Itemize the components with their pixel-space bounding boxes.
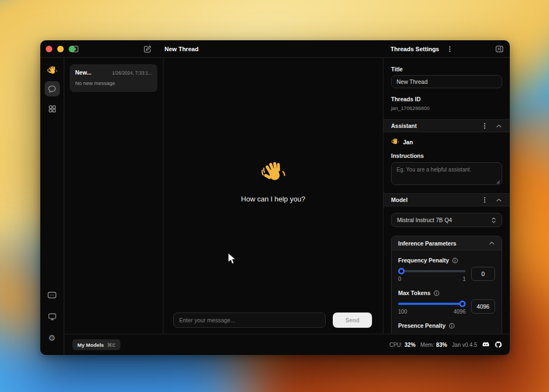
thread-timestamp: 1/26/2024, 7:33:1... (112, 70, 152, 76)
model-select[interactable]: Mistral Instruct 7B Q4 (391, 213, 502, 227)
wave-hand-icon (260, 160, 286, 186)
rail-threads-button[interactable] (45, 81, 60, 96)
rail-assistants-button[interactable] (45, 101, 60, 117)
collapse-left-panel-icon[interactable] (70, 45, 79, 53)
thread-title: New... (75, 69, 91, 76)
left-rail: ⚙ (40, 58, 64, 355)
chat-bubble-icon (47, 84, 57, 94)
slider-min-label: 100 (398, 309, 407, 315)
cpu-value: 32% (405, 342, 416, 348)
resize-grip-icon[interactable] (496, 180, 500, 184)
empty-state: How can I help you? (163, 160, 383, 203)
model-selected-value: Mistral Instruct 7B Q4 (397, 217, 491, 223)
greeting-text: How can I help you? (163, 195, 383, 203)
inference-parameters-header[interactable]: Inference Parameters (392, 236, 502, 250)
grid-icon (48, 105, 57, 113)
assistant-section-header[interactable]: Assistant ⋮ (383, 119, 510, 132)
rail-local-api-button[interactable] (45, 287, 60, 303)
info-icon[interactable] (434, 290, 440, 296)
chat-area: How can I help you? Send (163, 58, 383, 334)
message-input[interactable] (173, 313, 326, 328)
close-window-button[interactable] (46, 46, 52, 52)
assistant-header-label: Assistant (391, 122, 481, 129)
slider-thumb[interactable] (398, 268, 405, 274)
frequency-penalty-label: Frequency Penalty (398, 257, 449, 264)
info-icon[interactable] (452, 258, 458, 264)
assistant-collapse-chevron-icon[interactable] (496, 124, 502, 128)
max-tokens-value[interactable]: 4096 (471, 299, 495, 314)
settings-header-title: Threads Settings (391, 40, 439, 58)
send-button[interactable]: Send (333, 313, 372, 328)
instructions-textarea[interactable] (391, 162, 502, 185)
minimize-window-button[interactable] (57, 46, 64, 52)
inference-parameters-card: Inference Parameters Frequency Penalty (391, 236, 502, 334)
model-section-header[interactable]: Model ⋮ (383, 193, 510, 206)
thread-title-input[interactable] (391, 75, 502, 88)
select-updown-icon (491, 217, 496, 224)
status-bar: My Models ⌘E CPU:32% Mem:83% Jan v0.4.5 (64, 334, 510, 355)
model-header-label: Model (391, 197, 481, 203)
monitor-icon (48, 313, 57, 321)
assistant-kebab-icon[interactable]: ⋮ (481, 122, 488, 129)
assistant-name: Jan (403, 139, 413, 145)
mem-value: 83% (436, 342, 447, 348)
jan-logo-wave-icon[interactable] (47, 65, 58, 76)
max-tokens-slider[interactable] (398, 301, 466, 307)
param-max-tokens: Max Tokens (398, 290, 495, 315)
slider-min-label: 0 (398, 276, 401, 282)
thread-list-item[interactable]: New... 1/26/2024, 7:33:1... No new messa… (70, 64, 157, 92)
thread-preview: No new message (75, 80, 152, 86)
my-models-shortcut: ⌘E (107, 342, 116, 348)
rail-system-monitor-button[interactable] (45, 309, 60, 324)
inference-header-label: Inference Parameters (398, 240, 489, 247)
new-thread-icon[interactable] (143, 45, 152, 53)
threads-id-value: jan_1706286800 (391, 105, 502, 111)
collapse-right-panel-icon[interactable] (495, 45, 504, 53)
presence-penalty-label: Presence Penalty (398, 322, 446, 329)
instructions-label: Instructions (391, 152, 502, 159)
slider-max-label: 1 (462, 276, 466, 282)
param-frequency-penalty: Frequency Penalty (398, 257, 495, 282)
slider-max-label: 4096 (454, 309, 466, 315)
threads-settings-panel: Title Threads ID jan_1706286800 Assistan… (383, 58, 510, 334)
api-server-icon (47, 291, 57, 299)
jan-app-window: New Thread Threads Settings ⋮ (40, 40, 510, 355)
slider-thumb[interactable] (459, 301, 466, 307)
cpu-label: CPU: (389, 342, 402, 348)
message-input-bar: Send (173, 313, 372, 328)
app-version: Jan v0.4.5 (452, 342, 477, 348)
titlebar: New Thread Threads Settings ⋮ (40, 40, 510, 58)
mem-label: Mem: (420, 342, 434, 348)
title-label: Title (391, 66, 502, 72)
param-presence-penalty: Presence Penalty (398, 322, 495, 329)
max-tokens-label: Max Tokens (398, 290, 430, 296)
frequency-penalty-slider[interactable] (398, 268, 466, 274)
threads-id-label: Threads ID (391, 96, 502, 102)
inference-collapse-chevron-icon[interactable] (489, 241, 495, 246)
github-icon[interactable] (495, 341, 502, 348)
main-header-title: New Thread (164, 40, 198, 58)
settings-menu-kebab-icon[interactable]: ⋮ (447, 46, 453, 52)
my-models-label: My Models (77, 342, 104, 348)
discord-icon[interactable] (482, 341, 490, 348)
model-kebab-icon[interactable]: ⋮ (481, 197, 488, 203)
my-models-button[interactable]: My Models ⌘E (72, 339, 120, 350)
frequency-penalty-value[interactable]: 0 (471, 267, 495, 281)
rail-settings-button[interactable]: ⚙ (45, 330, 60, 345)
info-icon[interactable] (449, 323, 455, 329)
assistant-identity: Jan (391, 138, 502, 146)
model-collapse-chevron-icon[interactable] (496, 198, 502, 203)
assistant-wave-icon (391, 138, 399, 146)
gear-icon: ⚙ (48, 334, 56, 342)
thread-list-panel: New... 1/26/2024, 7:33:1... No new messa… (64, 58, 163, 334)
